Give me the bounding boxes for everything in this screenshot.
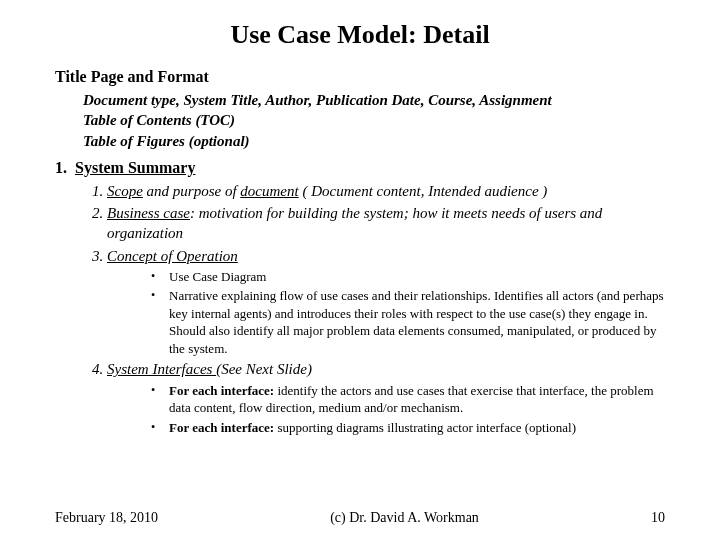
bullet-item: For each interface: supporting diagrams …	[147, 419, 665, 437]
footer-page-number: 10	[651, 510, 665, 526]
title-page-line: Document type, System Title, Author, Pub…	[83, 90, 665, 110]
slide-title: Use Case Model: Detail	[55, 20, 665, 50]
interface-bullets: For each interface: identify the actors …	[147, 382, 665, 437]
list-item: Business case: motivation for building t…	[107, 203, 665, 244]
list-item: Concept of Operation	[107, 246, 665, 266]
list-item: System Interfaces (See Next Slide)	[107, 359, 665, 379]
footer-date: February 18, 2010	[55, 510, 158, 526]
bullet-item: Narrative explaining flow of use cases a…	[147, 287, 665, 357]
summary-list-cont: System Interfaces (See Next Slide)	[83, 359, 665, 379]
footer-copyright: (c) Dr. David A. Workman	[330, 510, 479, 526]
title-page-line: Table of Figures (optional)	[83, 131, 665, 151]
summary-list: Scope and purpose of document ( Document…	[83, 181, 665, 266]
bullet-item: Use Case Diagram	[147, 268, 665, 286]
section-title-page: Title Page and Format	[55, 68, 665, 86]
footer: February 18, 2010 (c) Dr. David A. Workm…	[0, 510, 720, 526]
section-system-summary: 1. System Summary	[55, 159, 665, 177]
list-item: Scope and purpose of document ( Document…	[107, 181, 665, 201]
concept-bullets: Use Case Diagram Narrative explaining fl…	[147, 268, 665, 358]
bullet-item: For each interface: identify the actors …	[147, 382, 665, 417]
title-page-line: Table of Contents (TOC)	[83, 110, 665, 130]
